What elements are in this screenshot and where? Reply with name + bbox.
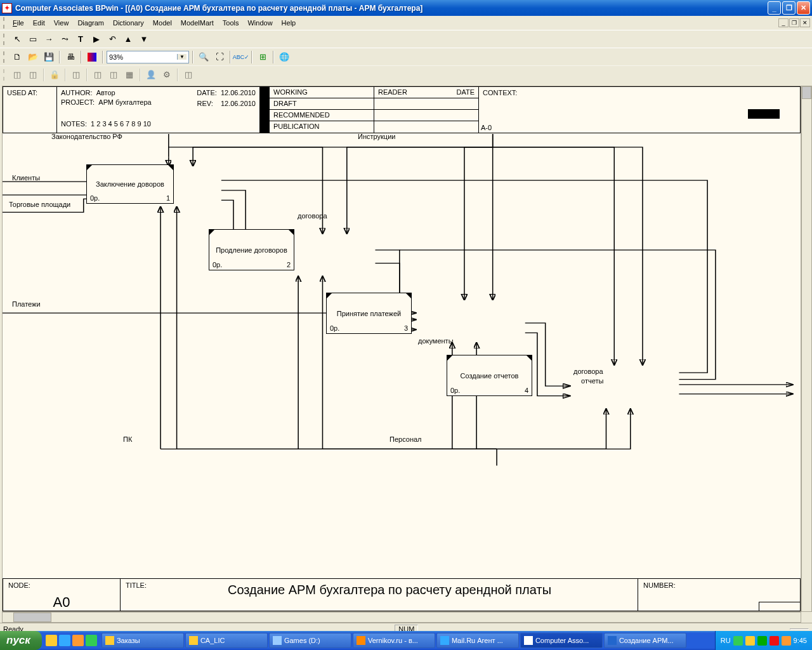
toolbar-tools: ↖ ▭ → ⤳ T ▶ ↶ ▲ ▼ [0, 30, 812, 48]
quick-launch [42, 635, 101, 646]
mm-btn-6: ▦ [122, 68, 136, 82]
context-cell: CONTEXT: A-0 [479, 87, 800, 133]
toolbar-grip-3[interactable] [3, 69, 6, 81]
box-tool-button[interactable]: ▭ [26, 32, 40, 46]
open-button[interactable]: 📂 [26, 50, 40, 64]
clock[interactable]: 9:45 [794, 637, 807, 644]
undo-button[interactable]: ↶ [105, 32, 119, 46]
menu-grip[interactable] [3, 17, 6, 29]
toolbar-grip[interactable] [3, 34, 6, 45]
tray-icon-2[interactable] [745, 636, 755, 646]
label-law: Законодательство РФ [51, 133, 122, 140]
minimize-button[interactable]: _ [768, 1, 781, 15]
reader-cell: READERDATE [374, 87, 479, 133]
text-tool-button[interactable]: T [74, 32, 88, 46]
menu-file[interactable]: File [8, 18, 29, 28]
close-button[interactable]: ✕ [797, 1, 810, 15]
diagram-body[interactable]: Законодательство РФ Клиенты Торговые пло… [3, 134, 801, 578]
activity-box-3[interactable]: Принятие платежей 0р. 3 [326, 293, 412, 334]
zoom-in-button[interactable]: 🔍 [197, 50, 211, 64]
pointer-tool-button[interactable]: ↖ [10, 32, 24, 46]
new-button[interactable]: 🗋 [10, 50, 24, 64]
author-cell: AUTHOR: Автор DATE: 12.06.2010 PROJECT: … [57, 87, 260, 133]
ql-icon-4[interactable] [86, 635, 97, 646]
task-1[interactable]: Заказы [102, 633, 184, 648]
label-instructions: Инструкции [358, 133, 395, 140]
tray-icon-5[interactable] [782, 636, 791, 646]
mm-btn-4: ◫ [91, 68, 105, 82]
mdi-close-button[interactable]: ✕ [800, 18, 810, 27]
ql-icon-1[interactable] [46, 635, 57, 646]
menu-bar: File Edit View Diagram Dictionary Model … [0, 16, 812, 30]
zoom-fit-button[interactable]: ⛶ [213, 50, 226, 64]
menu-modelmart[interactable]: ModelMart [176, 18, 218, 28]
zoom-combo[interactable]: 93% ▼ [107, 51, 189, 63]
menu-tools[interactable]: Tools [218, 18, 244, 28]
zoom-value: 93% [109, 53, 177, 61]
menu-view[interactable]: View [49, 18, 74, 28]
zoom-dropdown-arrow[interactable]: ▼ [177, 54, 187, 60]
label-areas: Торговые площади [9, 201, 70, 208]
save-button[interactable]: 💾 [42, 50, 56, 64]
menu-window[interactable]: Window [243, 18, 277, 28]
palette-button[interactable] [88, 53, 96, 62]
label-contracts: договора [298, 212, 327, 220]
lang-indicator[interactable]: RU [721, 637, 731, 644]
task-7[interactable]: Создание АРМ... [604, 633, 686, 648]
number-cell: NUMBER: [638, 579, 800, 611]
mm-lock-button: 🔒 [48, 68, 62, 82]
globe-button[interactable]: 🌐 [277, 50, 291, 64]
label-contracts-out: договора [573, 368, 603, 375]
mm-btn-8: ⚙ [160, 68, 174, 82]
tree-button[interactable]: ⊞ [256, 50, 270, 64]
task-4[interactable]: Vernikov.ru - в... [353, 633, 435, 648]
task-2[interactable]: CA_LIC [185, 633, 268, 648]
ql-icon-2[interactable] [59, 635, 70, 646]
menu-diagram[interactable]: Diagram [73, 18, 108, 28]
tray-icon-3[interactable] [757, 636, 767, 646]
label-clients: Клиенты [12, 174, 40, 182]
activity-box-2[interactable]: Продление договоров 0р. 2 [209, 229, 294, 270]
menu-edit[interactable]: Edit [29, 18, 49, 28]
app-icon: ✦ [2, 3, 12, 13]
ql-icon-3[interactable] [72, 635, 84, 646]
idef-header: USED AT: AUTHOR: Автор DATE: 12.06.2010 … [3, 86, 801, 133]
node-cell: NODE: A0 [3, 579, 121, 611]
label-staff: Персонал [390, 435, 422, 443]
print-button[interactable]: 🖶 [63, 50, 77, 64]
up-arrow-button[interactable]: ▲ [121, 32, 135, 46]
mm-btn-3: ◫ [69, 68, 83, 82]
toolbar-modelmart: ◫ ◫ 🔒 ◫ ◫ ◫ ▦ 👤 ⚙ ◫ [0, 65, 812, 83]
mdi-restore-button[interactable]: ❐ [789, 18, 799, 27]
mm-btn-2: ◫ [26, 68, 40, 82]
activity-box-1[interactable]: Заключение доворов 0р. 1 [86, 164, 174, 204]
horizontal-scrollbar[interactable] [2, 612, 801, 623]
title-bar: ✦ Computer Associates BPwin - [(A0) Созд… [0, 0, 812, 16]
tunnel-tool-button[interactable]: ⤳ [58, 32, 72, 46]
system-tray: RU 9:45 [715, 631, 812, 650]
maximize-button[interactable]: ❐ [782, 1, 796, 15]
vertical-scrollbar[interactable] [801, 86, 812, 612]
task-3[interactable]: Games (D:) [269, 633, 351, 648]
tray-icon-1[interactable] [733, 636, 743, 646]
toolbar-grip-2[interactable] [3, 51, 6, 63]
menu-dictionary[interactable]: Dictionary [108, 18, 148, 28]
mm-btn-1: ◫ [10, 68, 24, 82]
label-documents: документы [418, 337, 454, 345]
used-at-cell: USED AT: [3, 87, 57, 133]
spellcheck-button[interactable]: ABC✓ [234, 50, 248, 64]
diagram-canvas[interactable]: USED AT: AUTHOR: Автор DATE: 12.06.2010 … [2, 86, 801, 612]
menu-help[interactable]: Help [277, 18, 301, 28]
menu-model[interactable]: Model [148, 18, 176, 28]
task-6[interactable]: Computer Asso... [520, 633, 603, 648]
mdi-minimize-button[interactable]: _ [778, 18, 789, 27]
task-5[interactable]: Mail.Ru Агент ... [436, 633, 519, 648]
mm-btn-5: ◫ [107, 68, 121, 82]
play-button[interactable]: ▶ [89, 32, 103, 46]
title-cell: TITLE: Создание АРМ бухгалтера по расчет… [121, 579, 638, 611]
activity-box-4[interactable]: Создание отчетов 0р. 4 [447, 355, 532, 396]
start-button[interactable]: пуск [0, 631, 42, 650]
tray-icon-4[interactable] [769, 636, 779, 646]
arrow-tool-button[interactable]: → [42, 32, 56, 46]
down-arrow-button[interactable]: ▼ [137, 32, 151, 46]
